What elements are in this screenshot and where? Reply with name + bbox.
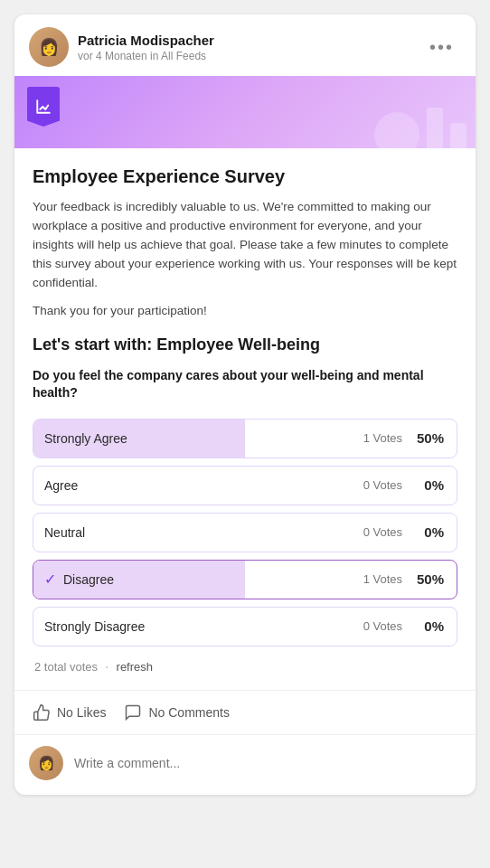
survey-thanks: Thank you for your participation! [33,304,457,317]
option-label-text: Neutral [44,525,85,540]
survey-title: Employee Experience Survey [33,166,457,187]
survey-description: Your feedback is incredibly valuable to … [33,198,457,293]
option-label-text: Strongly Disagree [44,619,145,634]
option-label: ✓Disagree [33,571,363,588]
survey-question: Do you feel the company cares about your… [33,367,457,402]
option-label-text: Disagree [63,572,114,587]
votes-label: 0 Votes [363,478,402,492]
pct-label: 50% [410,430,444,446]
option-row[interactable]: Agree0 Votes0% [33,466,457,505]
actions-row: No Likes No Comments [14,690,476,734]
thumbs-up-icon [33,703,51,722]
like-button[interactable]: No Likes [29,691,120,734]
votes-label: 0 Votes [363,619,402,633]
total-votes: 2 total votes [34,660,98,674]
option-label: Strongly Agree [33,431,363,446]
chart-icon [35,99,52,115]
comment-button[interactable]: No Comments [120,691,243,734]
survey-content: Employee Experience Survey Your feedback… [14,148,476,690]
banner-bookmark [27,87,60,127]
section-title: Let's start with: Employee Well-being [33,335,457,354]
banner-decoration [374,108,466,148]
option-stats: 0 Votes0% [363,477,457,493]
comment-label: No Comments [148,705,229,720]
options-list: Strongly Agree1 Votes50%Agree0 Votes0%Ne… [33,419,457,646]
post-card: 👩 Patricia Modispacher vor 4 Monaten in … [14,14,476,795]
post-meta-sub: vor 4 Monaten in All Feeds [78,50,214,62]
commenter-avatar: 👩 [29,746,63,780]
refresh-link[interactable]: refresh [117,660,153,674]
post-header-left: 👩 Patricia Modispacher vor 4 Monaten in … [29,27,214,67]
option-row[interactable]: Strongly Disagree0 Votes0% [33,607,457,646]
option-stats: 0 Votes0% [363,524,457,540]
footer-dot: · [105,659,108,675]
votes-label: 0 Votes [363,525,402,539]
option-stats: 0 Votes0% [363,618,457,634]
option-row[interactable]: Strongly Agree1 Votes50% [33,419,457,458]
option-label-text: Strongly Agree [44,431,127,446]
post-meta: Patricia Modispacher vor 4 Monaten in Al… [78,33,214,62]
option-label-text: Agree [44,478,78,493]
option-label: Neutral [33,525,363,540]
votes-label: 1 Votes [363,431,402,445]
post-header: 👩 Patricia Modispacher vor 4 Monaten in … [14,14,476,76]
check-icon: ✓ [44,571,56,588]
author-name: Patricia Modispacher [78,33,214,48]
comment-icon [124,703,142,722]
option-stats: 1 Votes50% [363,430,457,446]
pct-label: 0% [410,618,444,634]
option-label: Strongly Disagree [33,619,363,634]
option-row[interactable]: Neutral0 Votes0% [33,513,457,552]
comment-row: 👩 [14,734,476,795]
option-label: Agree [33,478,363,493]
option-stats: 1 Votes50% [363,571,457,587]
footer-row: 2 total votes · refresh [33,659,457,675]
more-options-button[interactable]: ••• [422,33,461,61]
pct-label: 0% [410,477,444,493]
avatar: 👩 [29,27,69,67]
pct-label: 0% [410,524,444,540]
option-row[interactable]: ✓Disagree1 Votes50% [33,560,457,599]
like-label: No Likes [57,705,106,720]
votes-label: 1 Votes [363,572,402,586]
survey-banner [14,76,476,148]
pct-label: 50% [410,571,444,587]
comment-input[interactable] [74,756,461,770]
